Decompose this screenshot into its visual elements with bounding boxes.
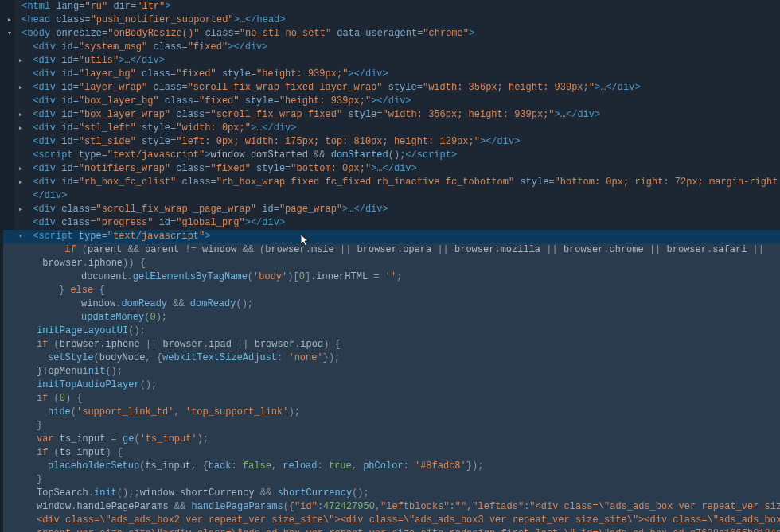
js-line[interactable]: window.domReady && domReady(); xyxy=(3,297,780,311)
dom-line[interactable]: . <div id="box_layer_bg" class="fixed" s… xyxy=(3,95,780,108)
js-line[interactable]: }TopMenuinit(); xyxy=(3,365,780,379)
chevron-right-icon[interactable] xyxy=(14,203,27,216)
dom-line-body[interactable]: <body onresize="onBodyResize()" class="n… xyxy=(3,27,780,41)
js-line[interactable]: } else { xyxy=(3,284,780,297)
dom-line[interactable]: <div id="layer_wrap" class="scroll_fix_w… xyxy=(3,81,780,95)
dom-line[interactable]: <div id="utils">…</div> xyxy=(3,54,780,68)
js-line[interactable]: if (0) { xyxy=(3,392,780,406)
dom-line[interactable]: . <div id="system_msg" class="fixed"></d… xyxy=(3,41,780,54)
chevron-right-icon[interactable] xyxy=(14,162,27,176)
js-line[interactable]: if (browser.iphone || browser.ipad || br… xyxy=(3,338,780,351)
js-line[interactable]: TopSearch.init();;window.shortCurrency &… xyxy=(3,487,780,500)
dom-line[interactable]: <div class="scroll_fix_wrap _page_wrap" … xyxy=(3,203,780,216)
dom-line[interactable]: <div id="stl_left" style="width: 0px;">…… xyxy=(3,122,780,135)
dom-line-head[interactable]: <head class="push_notifier_supported">…<… xyxy=(3,14,780,27)
chevron-right-icon[interactable] xyxy=(14,81,27,95)
js-line[interactable]: repeat_ver size_site\"><div class=\"ads_… xyxy=(3,527,780,532)
chevron-right-icon[interactable] xyxy=(14,122,27,135)
js-line[interactable]: updateMoney(0); xyxy=(3,311,780,324)
dom-line[interactable]: . <div class="progress" id="global_prg">… xyxy=(3,216,780,230)
js-line[interactable]: hide('support_link_td', 'top_support_lin… xyxy=(3,406,780,419)
js-line[interactable]: placeholderSetup(ts_input, {back: false,… xyxy=(3,460,780,473)
dom-line-selected[interactable]: <script type="text/javascript"> xyxy=(3,230,780,243)
dom-line[interactable]: <div id="rb_box_fc_clist" class="rb_box_… xyxy=(3,176,780,189)
chevron-right-icon[interactable] xyxy=(14,108,27,122)
chevron-down-icon[interactable] xyxy=(14,230,27,243)
js-line[interactable]: } xyxy=(3,419,780,433)
js-line[interactable]: if (ts_input) { xyxy=(3,446,780,460)
dom-line[interactable]: . <div id="layer_bg" class="fixed" style… xyxy=(3,68,780,81)
js-line[interactable]: browser.iphone)) { xyxy=(3,257,780,270)
dom-line[interactable]: . <div id="stl_side" style="left: 0px; w… xyxy=(3,135,780,149)
js-line[interactable]: initPageLayoutUI(); xyxy=(3,324,780,338)
js-line[interactable]: if (parent && parent != window && (brows… xyxy=(3,243,780,257)
dom-line[interactable]: <div id="notifiers_wrap" class="fixed" s… xyxy=(3,162,780,176)
js-line[interactable]: var ts_input = ge('ts_input'); xyxy=(3,433,780,446)
chevron-right-icon[interactable] xyxy=(3,14,16,27)
code-view[interactable]: . <html lang="ru" dir="ltr"> <head class… xyxy=(0,0,780,532)
js-line[interactable]: initTopAudioPlayer(); xyxy=(3,379,780,392)
chevron-right-icon[interactable] xyxy=(14,176,27,189)
js-line[interactable]: document.getElementsByTagName('body')[0]… xyxy=(3,270,780,284)
chevron-down-icon[interactable] xyxy=(3,27,16,41)
js-line[interactable]: setStyle(bodyNode, {webkitTextSizeAdjust… xyxy=(3,351,780,365)
dom-line[interactable]: . <script type="text/javascript">window.… xyxy=(3,149,780,162)
dom-line[interactable]: <div id="box_layer_wrap" class="scroll_f… xyxy=(3,108,780,122)
js-line[interactable]: } xyxy=(3,473,780,487)
chevron-right-icon[interactable] xyxy=(14,54,27,68)
dom-line-html[interactable]: . <html lang="ru" dir="ltr"> xyxy=(3,0,780,14)
dom-line[interactable]: . </div> xyxy=(3,189,780,203)
js-line[interactable]: <div class=\"ads_ads_box2 ver repeat_ver… xyxy=(3,514,780,527)
js-line[interactable]: window.handlePageParams && handlePagePar… xyxy=(3,500,780,514)
